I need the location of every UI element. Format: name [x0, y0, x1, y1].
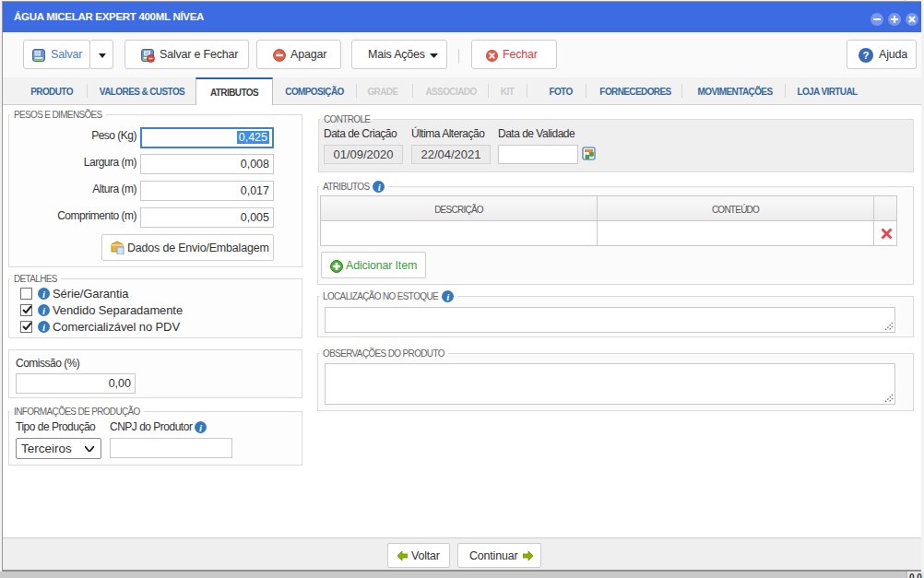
svg-text:?: ? [863, 50, 870, 61]
